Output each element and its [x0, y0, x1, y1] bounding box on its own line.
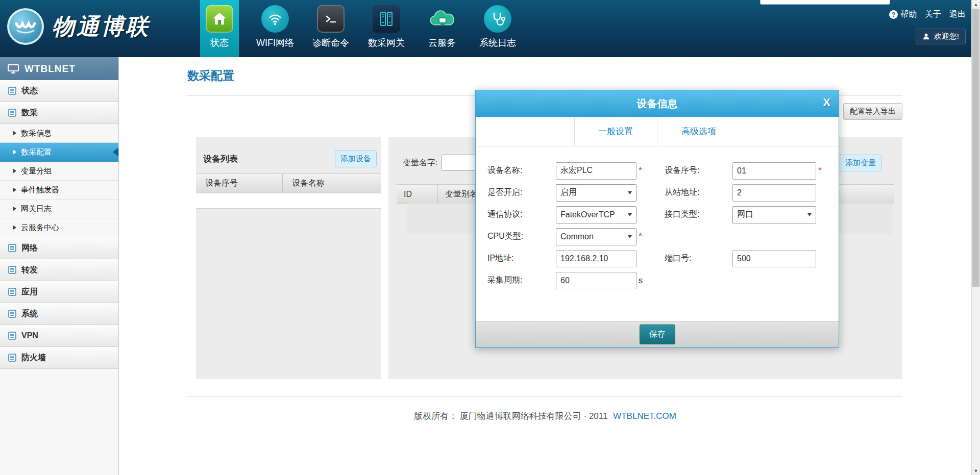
triangle-icon	[13, 226, 16, 230]
sidebar-item-label: 网关日志	[21, 204, 52, 214]
sidebar-item-label: VPN	[21, 331, 38, 340]
add-variable-button[interactable]: 添加变量	[840, 155, 881, 171]
dialog-header[interactable]: 设备信息 X	[476, 90, 839, 117]
scroll-up-icon[interactable]: ▲	[972, 0, 980, 9]
sidebar-item-network[interactable]: 网络	[0, 237, 118, 259]
page-title: 数采配置	[187, 68, 971, 84]
device-col-serial: 设备序号	[196, 174, 283, 193]
nav-item-wifi[interactable]: WIFI网络	[256, 0, 295, 57]
required-mark: *	[639, 165, 645, 176]
sidebar-item-vpn[interactable]: VPN	[0, 325, 118, 347]
monitor-icon	[7, 64, 19, 74]
cloud-icon	[428, 5, 456, 33]
sidebar-title: WTBLNET	[24, 63, 76, 74]
interface-label: 接口类型:	[665, 209, 732, 220]
nav-label: 状态	[200, 37, 239, 49]
list-icon	[8, 266, 16, 274]
cpu-type-select[interactable]: Common	[556, 228, 636, 245]
sidebar-header: WTBLNET	[0, 57, 118, 80]
enabled-select[interactable]: 启用	[556, 184, 636, 202]
about-link[interactable]: 关于	[925, 9, 941, 20]
sidebar-item-forward[interactable]: 转发	[0, 259, 118, 281]
config-import-export-button[interactable]: 配置导入导出	[843, 103, 902, 120]
form-row: 是否开启: 启用 从站地址:	[476, 182, 839, 204]
tab-general-settings[interactable]: 一般设置	[574, 117, 657, 146]
help-link[interactable]: ? 帮助	[889, 9, 917, 20]
nav-item-syslog[interactable]: 系统日志	[478, 0, 517, 57]
scroll-down-icon[interactable]: ▼	[972, 466, 980, 475]
chevron-down-icon	[628, 235, 632, 238]
scrollbar-thumb[interactable]	[972, 9, 979, 287]
save-button[interactable]: 保存	[640, 324, 675, 344]
dialog-title: 设备信息	[637, 97, 678, 111]
nav-item-gateway[interactable]: 数采网关	[367, 0, 406, 57]
required-mark: *	[639, 231, 645, 242]
slave-addr-input[interactable]	[732, 184, 816, 202]
collect-period-input[interactable]	[556, 272, 636, 289]
variable-col-id: ID	[397, 185, 438, 204]
vertical-scrollbar[interactable]: ▲ ▼	[971, 0, 980, 475]
sidebar-item-event-trigger[interactable]: 事件触发器	[0, 181, 118, 199]
nav-label: 系统日志	[478, 37, 517, 49]
interface-select[interactable]: 网口	[732, 206, 816, 223]
device-col-name: 设备名称	[283, 174, 381, 193]
sidebar-item-label: 云服务中心	[21, 223, 59, 233]
welcome-button[interactable]: 欢迎您!	[916, 29, 966, 44]
sidebar-item-system[interactable]: 系统	[0, 303, 118, 325]
required-mark: *	[818, 165, 824, 176]
add-device-button[interactable]: 添加设备	[335, 151, 377, 167]
enabled-select-value: 启用	[560, 187, 577, 198]
list-icon	[8, 354, 16, 362]
sidebar-item-application[interactable]: 应用	[0, 281, 118, 303]
sidebar-item-firewall[interactable]: 防火墙	[0, 347, 118, 369]
top-header: 物通博联 状态 WIFI网络	[0, 0, 980, 57]
form-row: IP地址: 端口号:	[476, 247, 839, 269]
main-nav: 状态 WIFI网络 诊断命令	[200, 0, 534, 57]
sidebar-item-cloud-center[interactable]: 云服务中心	[0, 218, 118, 237]
device-info-dialog: 设备信息 X 一般设置 高级选项 设备名称: * 设备序号: * 是否开启: 启…	[475, 90, 839, 348]
logo-icon	[7, 8, 44, 45]
nav-item-diagnose[interactable]: 诊断命令	[311, 0, 350, 57]
logout-link[interactable]: 退出	[949, 9, 966, 20]
sidebar: WTBLNET 状态 数采 数采信息 数采配置 变量分组 事件触发器 网关日志 …	[0, 57, 119, 475]
sidebar-item-label: 系统	[21, 309, 38, 319]
port-label: 端口号:	[665, 253, 732, 264]
form-row: 设备名称: * 设备序号: *	[476, 160, 839, 182]
sidebar-item-label: 数采	[21, 108, 38, 118]
sidebar-item-datacollect-config[interactable]: 数采配置	[0, 143, 118, 162]
list-icon	[8, 244, 16, 252]
sidebar-item-gateway-log[interactable]: 网关日志	[0, 199, 118, 218]
enabled-label: 是否开启:	[487, 187, 556, 198]
terminal-icon	[317, 5, 345, 33]
ip-address-input[interactable]	[556, 250, 636, 267]
dialog-form: 设备名称: * 设备序号: * 是否开启: 启用 从站地址: 通信协议: Fat…	[476, 146, 839, 291]
port-input[interactable]	[732, 250, 816, 267]
nav-item-cloud[interactable]: 云服务	[423, 0, 461, 57]
header-search-input[interactable]	[760, 0, 890, 5]
nav-item-status[interactable]: 状态	[200, 0, 239, 57]
device-table-empty-row	[196, 193, 381, 209]
help-icon: ?	[889, 10, 898, 19]
sidebar-item-datacollect[interactable]: 数采	[0, 102, 118, 124]
list-icon	[8, 109, 16, 117]
period-unit-label: s	[639, 276, 643, 285]
sidebar-item-label: 事件触发器	[21, 185, 59, 195]
brand-name: 物通博联	[52, 12, 150, 42]
sidebar-item-datacollect-info[interactable]: 数采信息	[0, 124, 118, 143]
sidebar-item-variable-group[interactable]: 变量分组	[0, 162, 118, 181]
device-no-input[interactable]	[732, 162, 816, 180]
gateway-icon	[373, 5, 400, 33]
device-no-label: 设备序号:	[665, 165, 732, 176]
close-icon[interactable]: X	[823, 96, 830, 109]
protocol-select[interactable]: FatekOverTCP	[556, 206, 636, 223]
sidebar-item-status[interactable]: 状态	[0, 80, 118, 102]
device-panel-title: 设备列表	[203, 153, 238, 165]
tab-advanced-options[interactable]: 高级选项	[657, 117, 741, 146]
chevron-down-icon	[628, 191, 632, 194]
list-icon	[8, 288, 16, 296]
footer-link[interactable]: WTBLNET.COM	[613, 411, 676, 421]
device-panel-header: 设备列表 添加设备	[196, 137, 381, 173]
device-name-input[interactable]	[556, 162, 636, 180]
form-row: 通信协议: FatekOverTCP 接口类型: 网口	[476, 204, 839, 226]
stethoscope-icon	[484, 5, 511, 33]
